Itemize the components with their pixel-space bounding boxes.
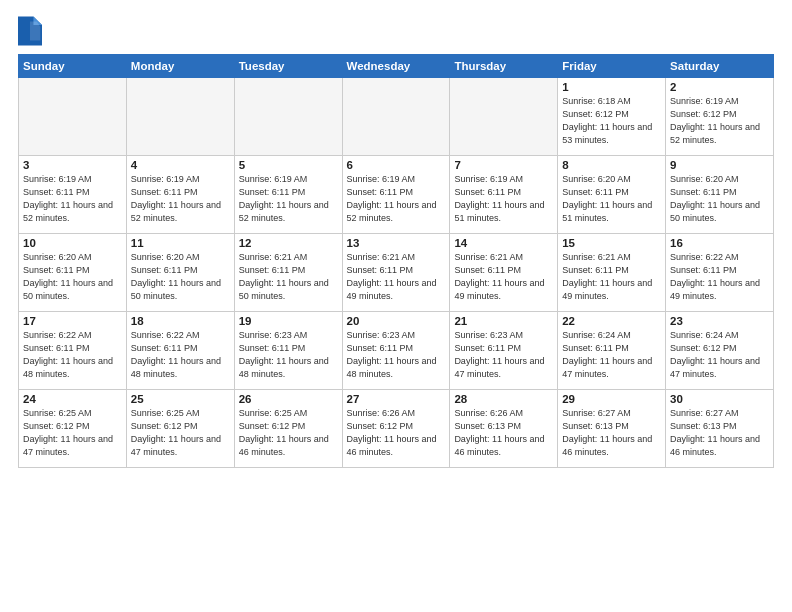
day-number: 23 bbox=[670, 315, 769, 327]
calendar-cell: 30Sunrise: 6:27 AM Sunset: 6:13 PM Dayli… bbox=[666, 390, 774, 468]
day-info: Sunrise: 6:22 AM Sunset: 6:11 PM Dayligh… bbox=[670, 251, 769, 303]
logo bbox=[18, 16, 46, 46]
day-info: Sunrise: 6:24 AM Sunset: 6:11 PM Dayligh… bbox=[562, 329, 661, 381]
calendar-cell: 28Sunrise: 6:26 AM Sunset: 6:13 PM Dayli… bbox=[450, 390, 558, 468]
day-info: Sunrise: 6:27 AM Sunset: 6:13 PM Dayligh… bbox=[670, 407, 769, 459]
day-info: Sunrise: 6:19 AM Sunset: 6:12 PM Dayligh… bbox=[670, 95, 769, 147]
calendar-cell: 9Sunrise: 6:20 AM Sunset: 6:11 PM Daylig… bbox=[666, 156, 774, 234]
day-number: 27 bbox=[347, 393, 446, 405]
day-number: 8 bbox=[562, 159, 661, 171]
calendar-day-header: Tuesday bbox=[234, 55, 342, 78]
calendar-cell: 21Sunrise: 6:23 AM Sunset: 6:11 PM Dayli… bbox=[450, 312, 558, 390]
day-number: 28 bbox=[454, 393, 553, 405]
calendar-cell: 15Sunrise: 6:21 AM Sunset: 6:11 PM Dayli… bbox=[558, 234, 666, 312]
day-number: 29 bbox=[562, 393, 661, 405]
day-info: Sunrise: 6:23 AM Sunset: 6:11 PM Dayligh… bbox=[239, 329, 338, 381]
calendar-cell: 11Sunrise: 6:20 AM Sunset: 6:11 PM Dayli… bbox=[126, 234, 234, 312]
day-number: 11 bbox=[131, 237, 230, 249]
calendar-cell: 24Sunrise: 6:25 AM Sunset: 6:12 PM Dayli… bbox=[19, 390, 127, 468]
day-number: 21 bbox=[454, 315, 553, 327]
calendar-cell bbox=[342, 78, 450, 156]
day-number: 3 bbox=[23, 159, 122, 171]
calendar-cell: 4Sunrise: 6:19 AM Sunset: 6:11 PM Daylig… bbox=[126, 156, 234, 234]
day-info: Sunrise: 6:26 AM Sunset: 6:12 PM Dayligh… bbox=[347, 407, 446, 459]
day-info: Sunrise: 6:19 AM Sunset: 6:11 PM Dayligh… bbox=[239, 173, 338, 225]
day-number: 4 bbox=[131, 159, 230, 171]
calendar-cell: 17Sunrise: 6:22 AM Sunset: 6:11 PM Dayli… bbox=[19, 312, 127, 390]
calendar-week-row: 24Sunrise: 6:25 AM Sunset: 6:12 PM Dayli… bbox=[19, 390, 774, 468]
day-number: 18 bbox=[131, 315, 230, 327]
calendar-day-header: Sunday bbox=[19, 55, 127, 78]
day-number: 10 bbox=[23, 237, 122, 249]
calendar-cell bbox=[19, 78, 127, 156]
day-info: Sunrise: 6:25 AM Sunset: 6:12 PM Dayligh… bbox=[239, 407, 338, 459]
calendar-day-header: Friday bbox=[558, 55, 666, 78]
calendar-cell: 8Sunrise: 6:20 AM Sunset: 6:11 PM Daylig… bbox=[558, 156, 666, 234]
calendar-cell: 22Sunrise: 6:24 AM Sunset: 6:11 PM Dayli… bbox=[558, 312, 666, 390]
day-number: 5 bbox=[239, 159, 338, 171]
day-number: 7 bbox=[454, 159, 553, 171]
calendar-day-header: Wednesday bbox=[342, 55, 450, 78]
day-number: 16 bbox=[670, 237, 769, 249]
calendar-cell: 2Sunrise: 6:19 AM Sunset: 6:12 PM Daylig… bbox=[666, 78, 774, 156]
day-number: 2 bbox=[670, 81, 769, 93]
page-header bbox=[18, 16, 774, 46]
calendar-day-header: Saturday bbox=[666, 55, 774, 78]
logo-icon bbox=[18, 16, 42, 46]
calendar-cell: 27Sunrise: 6:26 AM Sunset: 6:12 PM Dayli… bbox=[342, 390, 450, 468]
day-info: Sunrise: 6:20 AM Sunset: 6:11 PM Dayligh… bbox=[670, 173, 769, 225]
day-number: 9 bbox=[670, 159, 769, 171]
svg-marker-2 bbox=[30, 22, 40, 41]
day-number: 26 bbox=[239, 393, 338, 405]
day-number: 20 bbox=[347, 315, 446, 327]
day-info: Sunrise: 6:21 AM Sunset: 6:11 PM Dayligh… bbox=[347, 251, 446, 303]
calendar-week-row: 1Sunrise: 6:18 AM Sunset: 6:12 PM Daylig… bbox=[19, 78, 774, 156]
calendar-cell: 25Sunrise: 6:25 AM Sunset: 6:12 PM Dayli… bbox=[126, 390, 234, 468]
day-info: Sunrise: 6:25 AM Sunset: 6:12 PM Dayligh… bbox=[131, 407, 230, 459]
day-number: 12 bbox=[239, 237, 338, 249]
day-info: Sunrise: 6:24 AM Sunset: 6:12 PM Dayligh… bbox=[670, 329, 769, 381]
day-info: Sunrise: 6:25 AM Sunset: 6:12 PM Dayligh… bbox=[23, 407, 122, 459]
calendar-cell: 13Sunrise: 6:21 AM Sunset: 6:11 PM Dayli… bbox=[342, 234, 450, 312]
day-number: 25 bbox=[131, 393, 230, 405]
calendar-cell: 18Sunrise: 6:22 AM Sunset: 6:11 PM Dayli… bbox=[126, 312, 234, 390]
day-info: Sunrise: 6:22 AM Sunset: 6:11 PM Dayligh… bbox=[131, 329, 230, 381]
calendar-cell: 19Sunrise: 6:23 AM Sunset: 6:11 PM Dayli… bbox=[234, 312, 342, 390]
day-info: Sunrise: 6:20 AM Sunset: 6:11 PM Dayligh… bbox=[131, 251, 230, 303]
day-info: Sunrise: 6:20 AM Sunset: 6:11 PM Dayligh… bbox=[23, 251, 122, 303]
calendar-cell: 6Sunrise: 6:19 AM Sunset: 6:11 PM Daylig… bbox=[342, 156, 450, 234]
calendar-cell: 3Sunrise: 6:19 AM Sunset: 6:11 PM Daylig… bbox=[19, 156, 127, 234]
day-info: Sunrise: 6:19 AM Sunset: 6:11 PM Dayligh… bbox=[131, 173, 230, 225]
calendar-cell: 29Sunrise: 6:27 AM Sunset: 6:13 PM Dayli… bbox=[558, 390, 666, 468]
day-info: Sunrise: 6:26 AM Sunset: 6:13 PM Dayligh… bbox=[454, 407, 553, 459]
calendar-cell bbox=[234, 78, 342, 156]
calendar-cell: 5Sunrise: 6:19 AM Sunset: 6:11 PM Daylig… bbox=[234, 156, 342, 234]
day-number: 6 bbox=[347, 159, 446, 171]
day-info: Sunrise: 6:19 AM Sunset: 6:11 PM Dayligh… bbox=[347, 173, 446, 225]
day-number: 15 bbox=[562, 237, 661, 249]
day-info: Sunrise: 6:21 AM Sunset: 6:11 PM Dayligh… bbox=[239, 251, 338, 303]
day-info: Sunrise: 6:23 AM Sunset: 6:11 PM Dayligh… bbox=[347, 329, 446, 381]
day-info: Sunrise: 6:27 AM Sunset: 6:13 PM Dayligh… bbox=[562, 407, 661, 459]
day-number: 30 bbox=[670, 393, 769, 405]
calendar-header-row: SundayMondayTuesdayWednesdayThursdayFrid… bbox=[19, 55, 774, 78]
calendar-cell: 26Sunrise: 6:25 AM Sunset: 6:12 PM Dayli… bbox=[234, 390, 342, 468]
day-info: Sunrise: 6:23 AM Sunset: 6:11 PM Dayligh… bbox=[454, 329, 553, 381]
day-info: Sunrise: 6:19 AM Sunset: 6:11 PM Dayligh… bbox=[454, 173, 553, 225]
day-number: 13 bbox=[347, 237, 446, 249]
calendar-week-row: 17Sunrise: 6:22 AM Sunset: 6:11 PM Dayli… bbox=[19, 312, 774, 390]
calendar-day-header: Monday bbox=[126, 55, 234, 78]
day-info: Sunrise: 6:19 AM Sunset: 6:11 PM Dayligh… bbox=[23, 173, 122, 225]
calendar-cell bbox=[450, 78, 558, 156]
day-info: Sunrise: 6:20 AM Sunset: 6:11 PM Dayligh… bbox=[562, 173, 661, 225]
calendar-cell: 23Sunrise: 6:24 AM Sunset: 6:12 PM Dayli… bbox=[666, 312, 774, 390]
day-info: Sunrise: 6:21 AM Sunset: 6:11 PM Dayligh… bbox=[454, 251, 553, 303]
calendar-week-row: 3Sunrise: 6:19 AM Sunset: 6:11 PM Daylig… bbox=[19, 156, 774, 234]
calendar-cell: 10Sunrise: 6:20 AM Sunset: 6:11 PM Dayli… bbox=[19, 234, 127, 312]
calendar-cell: 7Sunrise: 6:19 AM Sunset: 6:11 PM Daylig… bbox=[450, 156, 558, 234]
calendar-day-header: Thursday bbox=[450, 55, 558, 78]
day-number: 1 bbox=[562, 81, 661, 93]
calendar-week-row: 10Sunrise: 6:20 AM Sunset: 6:11 PM Dayli… bbox=[19, 234, 774, 312]
calendar-cell: 12Sunrise: 6:21 AM Sunset: 6:11 PM Dayli… bbox=[234, 234, 342, 312]
calendar-cell: 16Sunrise: 6:22 AM Sunset: 6:11 PM Dayli… bbox=[666, 234, 774, 312]
